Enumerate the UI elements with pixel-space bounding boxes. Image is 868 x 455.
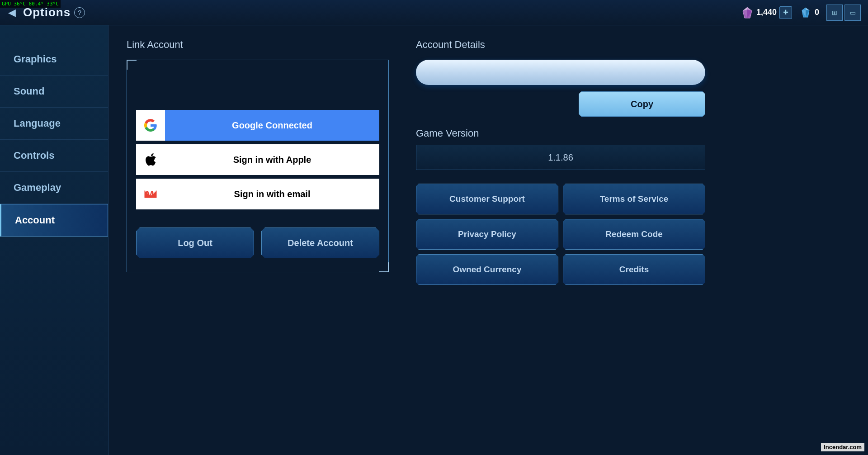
svg-text:M: M xyxy=(146,189,154,200)
account-id-oval xyxy=(416,60,705,85)
google-connected-button[interactable]: Google Connected xyxy=(136,110,379,141)
game-version-title: Game Version xyxy=(416,128,705,139)
owned-currency-button[interactable]: Owned Currency xyxy=(416,254,558,285)
currency-gem-item: 1,440 + xyxy=(741,6,792,19)
link-account-box: Google Connected Sign in with Apple xyxy=(127,60,389,272)
redeem-code-button[interactable]: Redeem Code xyxy=(563,219,705,250)
window-grid-button[interactable]: ⊞ xyxy=(826,5,843,21)
email-signin-button[interactable]: M Sign in with email xyxy=(136,179,379,209)
purple-gem-icon xyxy=(741,6,754,19)
sidebar-item-controls[interactable]: Controls xyxy=(0,140,108,172)
currency2-value: 0 xyxy=(815,8,819,17)
google-icon xyxy=(136,110,165,141)
apple-signin-button[interactable]: Sign in with Apple xyxy=(136,144,379,175)
currency-blue-item: 0 xyxy=(799,6,819,19)
help-button[interactable]: ? xyxy=(74,7,85,18)
credits-button[interactable]: Credits xyxy=(563,254,705,285)
main-content: Graphics Sound Language Controls Gamepla… xyxy=(0,25,868,455)
link-account-title: Link Account xyxy=(127,39,389,51)
terms-of-service-button[interactable]: Terms of Service xyxy=(563,184,705,214)
top-bar: ◀ Options ? 1,440 + 0 xyxy=(0,0,868,25)
version-value: 1.1.86 xyxy=(548,152,573,163)
top-bar-right: 1,440 + 0 ⊞ ▭ xyxy=(741,5,868,21)
account-details-panel: Account Details Copy Game Version 1.1.86… xyxy=(416,39,705,441)
watermark: Incendar.com xyxy=(821,443,864,451)
gpu-overlay: GPU 36°C 80.4° 33°C xyxy=(0,0,61,8)
login-buttons: Google Connected Sign in with Apple xyxy=(136,110,379,209)
google-button-label: Google Connected xyxy=(165,120,379,131)
privacy-policy-button[interactable]: Privacy Policy xyxy=(416,219,558,250)
version-box: 1.1.86 xyxy=(416,145,705,170)
apple-icon xyxy=(136,144,165,175)
email-button-label: Sign in with email xyxy=(165,189,379,199)
delete-account-button[interactable]: Delete Account xyxy=(261,228,379,258)
link-account-panel: Link Account xyxy=(127,39,389,441)
apple-button-label: Sign in with Apple xyxy=(165,155,379,165)
sidebar-item-graphics[interactable]: Graphics xyxy=(0,43,108,76)
sidebar-item-language[interactable]: Language xyxy=(0,108,108,140)
bottom-actions: Log Out Delete Account xyxy=(136,214,379,258)
logout-button[interactable]: Log Out xyxy=(136,228,254,258)
sidebar-item-account[interactable]: Account xyxy=(0,204,108,237)
customer-support-button[interactable]: Customer Support xyxy=(416,184,558,214)
sidebar-item-sound[interactable]: Sound xyxy=(0,76,108,108)
sidebar-item-gameplay[interactable]: Gameplay xyxy=(0,172,108,204)
account-details-title: Account Details xyxy=(416,39,705,51)
sidebar: Graphics Sound Language Controls Gamepla… xyxy=(0,25,108,455)
window-close-button[interactable]: ▭ xyxy=(844,5,861,21)
blue-gem-icon xyxy=(799,6,812,19)
copy-button[interactable]: Copy xyxy=(579,91,705,117)
currency1-value: 1,440 xyxy=(756,8,777,17)
add-currency-button[interactable]: + xyxy=(779,6,792,19)
email-icon: M xyxy=(136,179,165,209)
content-area: Link Account xyxy=(108,25,868,455)
support-grid: Customer Support Terms of Service Privac… xyxy=(416,184,705,285)
window-buttons: ⊞ ▭ xyxy=(826,5,861,21)
